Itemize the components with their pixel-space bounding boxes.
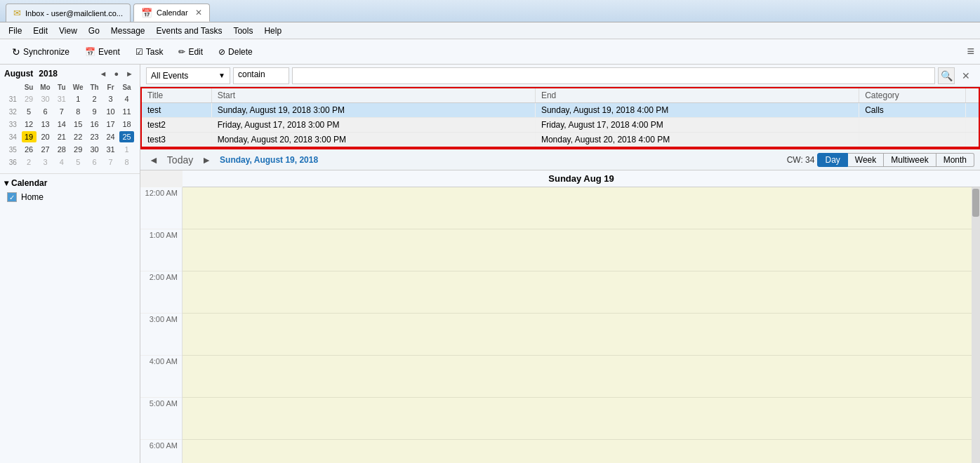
calendar-home-item: Home <box>4 191 135 203</box>
hamburger-menu-icon[interactable]: ≡ <box>967 44 974 58</box>
calendar-day[interactable]: 12 <box>22 119 37 130</box>
calendar-day[interactable]: 3 <box>103 93 118 105</box>
table-row[interactable]: test3Monday, August 20, 2018 3:00 PMMond… <box>141 133 979 148</box>
search-submit-button[interactable]: 🔍 <box>938 67 955 84</box>
calendar-day[interactable]: 7 <box>103 156 118 168</box>
tab-close-button[interactable]: ✕ <box>195 8 202 18</box>
menu-go[interactable]: Go <box>83 25 105 37</box>
event-button[interactable]: 📅 Event <box>79 44 126 60</box>
calendar-day[interactable]: 6 <box>38 106 53 117</box>
menu-tools[interactable]: Tools <box>227 25 258 37</box>
calendar-day[interactable]: 11 <box>119 106 134 117</box>
calendar-day[interactable]: 26 <box>22 144 37 155</box>
tab-inbox[interactable]: ✉ Inbox - user@mailclient.co... <box>6 4 131 22</box>
calendar-day[interactable]: 29 <box>70 144 86 155</box>
col-header-start: Start <box>211 88 535 103</box>
mini-cal-today-button[interactable]: ● <box>112 69 121 79</box>
mini-cal-col-header-fr: Fr <box>103 83 118 92</box>
calendar-day[interactable]: 3 <box>38 156 53 168</box>
calendar-day[interactable]: 1 <box>70 93 86 105</box>
calendars-section-header[interactable]: ▾ Calendar <box>4 178 135 188</box>
mini-cal-next-button[interactable]: ► <box>124 69 135 79</box>
calendar-day[interactable]: 21 <box>54 131 69 142</box>
calendar-day[interactable]: 9 <box>87 106 102 117</box>
calendar-day[interactable]: 10 <box>103 106 118 117</box>
calendar-day[interactable]: 29 <box>22 93 37 105</box>
calendar-day[interactable]: 30 <box>87 144 102 155</box>
view-week-button[interactable]: Week <box>848 153 884 167</box>
search-input[interactable] <box>292 67 935 84</box>
mini-cal-col-header-th: Th <box>87 83 102 92</box>
day-slot[interactable] <box>183 440 972 463</box>
calendar-day[interactable]: 31 <box>103 144 118 155</box>
calendar-day[interactable]: 23 <box>87 131 102 142</box>
calendar-day[interactable]: 24 <box>103 131 118 142</box>
calendar-day[interactable]: 13 <box>38 119 53 130</box>
menu-edit[interactable]: Edit <box>27 25 53 37</box>
search-close-button[interactable]: ✕ <box>958 67 974 84</box>
calendar-day[interactable]: 2 <box>22 156 37 168</box>
view-month-button[interactable]: Month <box>936 153 974 167</box>
calendar-day[interactable]: 5 <box>22 106 37 117</box>
calendar-day[interactable]: 4 <box>54 156 69 168</box>
calendar-home-checkbox[interactable] <box>7 192 17 202</box>
calendar-day[interactable]: 30 <box>38 93 53 105</box>
calendar-day[interactable]: 5 <box>70 156 86 168</box>
mini-cal-year: 2018 <box>39 69 58 79</box>
task-button[interactable]: ☑ Task <box>129 44 170 60</box>
table-row[interactable]: test2Friday, August 17, 2018 3:00 PMFrid… <box>141 118 979 133</box>
calendar-day[interactable]: 1 <box>119 144 134 155</box>
calendar-body[interactable]: 12:00 AM1:00 AM2:00 AM3:00 AM4:00 AM5:00… <box>140 187 980 463</box>
calendar-day[interactable]: 4 <box>119 93 134 105</box>
scrollbar-track[interactable] <box>972 187 980 463</box>
table-row[interactable]: testSunday, August 19, 2018 3:00 PMSunda… <box>141 103 979 118</box>
menu-events-tasks[interactable]: Events and Tasks <box>151 25 228 37</box>
calendar-day[interactable]: 14 <box>54 119 69 130</box>
tab-calendar[interactable]: 📅 Calendar ✕ <box>133 4 210 22</box>
sync-icon: ↻ <box>12 46 20 58</box>
time-slot: 12:00 AM <box>140 187 182 229</box>
calendar-day[interactable]: 7 <box>54 106 69 117</box>
menu-file[interactable]: File <box>3 25 27 37</box>
calendar-day[interactable]: 8 <box>70 106 86 117</box>
time-slot: 5:00 AM <box>140 398 182 440</box>
synchronize-button[interactable]: ↻ Synchronize <box>6 43 76 60</box>
menu-message[interactable]: Message <box>105 25 151 37</box>
week-number: 32 <box>6 106 20 117</box>
view-day-button[interactable]: Day <box>817 153 847 167</box>
calendar-day[interactable]: 6 <box>87 156 102 168</box>
calendar-day[interactable]: 2 <box>87 93 102 105</box>
calendar-day[interactable]: 17 <box>103 119 118 130</box>
calendar-day[interactable]: 19 <box>22 131 37 142</box>
calendar-day[interactable]: 16 <box>87 119 102 130</box>
day-slot[interactable] <box>183 271 972 314</box>
day-slot[interactable] <box>183 187 972 229</box>
nav-today-button[interactable]: Today <box>164 154 196 166</box>
calendar-home-label: Home <box>21 192 44 202</box>
delete-button[interactable]: ⊘ Delete <box>212 44 259 60</box>
day-column[interactable] <box>183 187 972 463</box>
menu-help[interactable]: Help <box>258 25 287 37</box>
calendar-day[interactable]: 8 <box>119 156 134 168</box>
menu-view[interactable]: View <box>53 25 83 37</box>
nav-prev-button[interactable]: ◄ <box>146 154 161 166</box>
day-slot[interactable] <box>183 356 972 398</box>
view-buttons: Day Week Multiweek Month <box>817 153 974 167</box>
nav-next-button[interactable]: ► <box>199 154 214 166</box>
view-multiweek-button[interactable]: Multiweek <box>884 153 936 167</box>
edit-button[interactable]: ✏ Edit <box>172 44 209 60</box>
calendar-day[interactable]: 22 <box>70 131 86 142</box>
calendar-day[interactable]: 31 <box>54 93 69 105</box>
day-slot[interactable] <box>183 398 972 440</box>
calendar-day[interactable]: 15 <box>70 119 86 130</box>
mini-cal-prev-button[interactable]: ◄ <box>98 69 110 79</box>
day-slot[interactable] <box>183 314 972 356</box>
scrollbar-thumb[interactable] <box>972 189 979 217</box>
calendar-day[interactable]: 27 <box>38 144 53 155</box>
day-slot[interactable] <box>183 229 972 271</box>
search-filter-dropdown[interactable]: All Events ▼ <box>146 67 230 84</box>
calendar-day[interactable]: 18 <box>119 119 134 130</box>
calendar-day[interactable]: 28 <box>54 144 69 155</box>
calendar-day[interactable]: 20 <box>38 131 53 142</box>
calendar-day[interactable]: 25 <box>119 131 134 142</box>
